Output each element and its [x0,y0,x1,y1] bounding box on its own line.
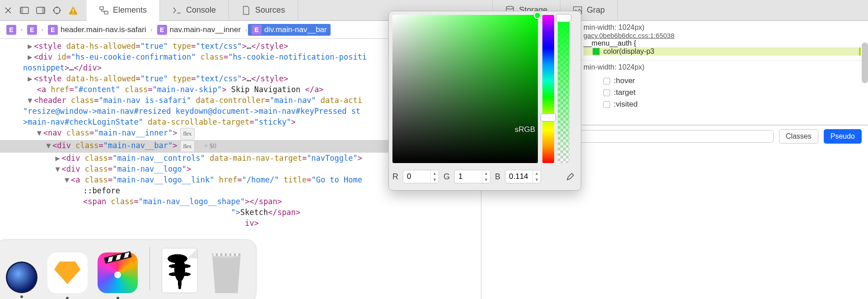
scrollbar-thumb[interactable] [862,42,868,83]
macos-dock [0,239,257,299]
color-swatch[interactable] [593,48,600,55]
checkbox-icon[interactable] [603,78,610,84]
color-inputs-row: R ▲▼ G ▲▼ B ▲▼ [392,167,577,187]
dock-app-sketch[interactable] [47,252,88,293]
stepper-icon[interactable]: ▲▼ [532,170,541,183]
svg-point-4 [54,7,60,14]
breadcrumb-item[interactable]: Eheader.main-nav.is-safari [44,24,150,36]
svg-rect-5 [73,9,74,12]
chevron-right-icon: › [41,27,44,33]
r-label: R [392,172,398,182]
breadcrumb-label: header.main-nav.is-safari [61,25,146,34]
g-input[interactable]: ▲▼ [454,170,490,183]
color-field-thumb[interactable] [534,12,541,19]
disclosure-down-icon[interactable]: ▼ [37,128,43,138]
tab-label: Elements [113,5,147,15]
disclosure-down-icon[interactable]: ▼ [28,95,34,105]
dock-left-icon[interactable] [16,0,33,21]
breadcrumb-item[interactable]: E [23,24,41,36]
element-badge-icon: E [6,25,16,35]
r-input[interactable]: ▲▼ [403,170,439,183]
color-field[interactable]: sRGB [392,15,538,163]
sketch-icon [54,262,80,284]
dock-item-document[interactable] [162,248,197,293]
running-indicator-icon [66,297,69,299]
tab-console[interactable]: Console [160,0,229,21]
breadcrumb-label: nav.main-nav__inner [170,25,241,34]
disclosure-right-icon[interactable]: ▶ [28,74,34,84]
property-value: color(display-p3 [603,47,654,56]
svg-rect-3 [42,7,45,14]
breadcrumb-item-selected[interactable]: Ediv.main-nav__bar [248,24,331,36]
running-indicator-icon [20,295,23,298]
running-indicator-icon [117,297,119,299]
media-query: min-width: 1024px) [583,63,861,71]
pseudo-toggle-hover[interactable]: :hover [603,75,861,87]
warning-icon[interactable] [65,0,81,21]
layout-badge[interactable]: flex [180,128,195,140]
alpha-slider[interactable] [558,15,569,163]
media-query: min-width: 1024px) [583,23,861,32]
alpha-thumb[interactable] [556,14,571,22]
breadcrumb-item[interactable]: E [3,24,20,36]
hue-slider[interactable] [542,15,554,163]
selected-node-marker: = $0 [204,142,216,150]
tab-sources[interactable]: Sources [229,0,298,21]
svg-rect-1 [20,7,23,14]
breadcrumb-label: div.main-nav__bar [264,25,327,34]
dock-app-quicktime[interactable] [6,262,37,293]
pseudo-toggle-visited[interactable]: :visited [603,98,861,110]
tab-label: Sources [255,5,285,15]
checkbox-icon[interactable] [603,101,610,108]
lizard-icon [166,252,193,289]
inspect-element-icon[interactable] [49,0,65,21]
source-link[interactable]: gacy.0beb6b6dcc.css:1:65038 [583,32,861,39]
eyedropper-icon[interactable] [565,171,577,182]
layout-badge[interactable]: flex [180,140,195,152]
disclosure-down-icon[interactable]: ▼ [65,175,71,185]
element-badge-icon: E [48,25,58,35]
tab-elements[interactable]: Elements [87,0,160,21]
g-label: G [443,172,450,182]
disclosure-down-icon[interactable]: ▼ [46,140,52,150]
color-picker-popover[interactable]: sRGB R ▲▼ G ▲▼ B ▲▼ [388,11,581,191]
breadcrumb-item[interactable]: Enav.main-nav__inner [154,24,245,36]
stepper-icon[interactable]: ▲▼ [430,170,439,183]
checkbox-icon[interactable] [603,89,610,96]
disclosure-right-icon[interactable]: ▶ [28,41,34,51]
element-badge-icon: E [157,25,167,35]
dock-app-finalcut[interactable] [98,252,138,293]
tab-label: Console [186,5,216,15]
element-badge-icon: E [27,25,37,35]
chevron-right-icon: › [150,27,154,33]
tab-label: Grap [587,5,605,15]
gamut-label: sRGB [515,125,535,134]
svg-rect-7 [100,7,103,9]
dock-trash[interactable] [208,248,245,293]
hue-thumb[interactable] [541,113,556,121]
dock-right-icon[interactable] [33,0,49,21]
b-input[interactable]: ▲▼ [505,170,541,183]
dock-separator [149,247,150,290]
classes-button[interactable]: Classes [779,129,818,144]
close-icon[interactable] [0,0,16,21]
pseudo-toggle-target[interactable]: :target [603,87,861,98]
pseudo-button[interactable]: Pseudo [824,129,862,144]
disclosure-right-icon[interactable]: ▶ [28,52,34,62]
element-badge-icon: E [252,25,261,35]
disclosure-right-icon[interactable]: ▶ [56,153,62,163]
clapperboard-icon [104,251,132,264]
chevron-right-icon: › [244,27,248,33]
svg-point-9 [506,6,513,9]
chevron-right-icon: › [20,27,23,33]
svg-rect-8 [104,11,108,14]
selector-text: __menu__auth { [583,39,861,47]
disclosure-down-icon[interactable]: ▼ [56,164,62,174]
css-property[interactable]: color(display-p3 [583,47,861,56]
b-label: B [495,172,500,182]
stepper-icon[interactable]: ▲▼ [482,170,490,183]
svg-rect-6 [73,12,74,13]
